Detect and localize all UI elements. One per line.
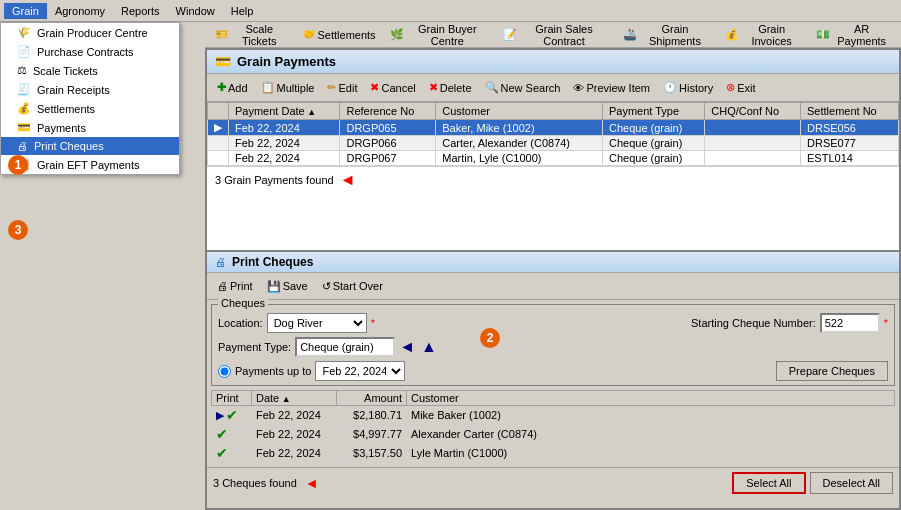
type-cell: Cheque (grain) (602, 151, 704, 166)
th-settlement[interactable]: Settlement No (801, 103, 899, 120)
exit-icon: ⊗ (726, 81, 735, 94)
starting-cheque-input[interactable] (820, 313, 880, 333)
customer-cell: Lyle Martin (C1000) (407, 444, 895, 463)
bottom-arrow-icon: ◄ (305, 475, 319, 491)
row-arrow-icon: ▶ (214, 121, 222, 133)
date-cell: Feb 22, 2024 (252, 444, 337, 463)
print-icon: 🖨 (17, 140, 28, 152)
menu-reports[interactable]: Reports (113, 3, 168, 19)
th-amount[interactable]: Amount (337, 391, 407, 406)
right-arrow-icon: ▲ (421, 338, 437, 356)
prepare-cheques-btn[interactable]: Prepare Cheques (776, 361, 888, 381)
row-pointer: ▶ (216, 409, 224, 422)
menu-agronomy[interactable]: Agronomy (47, 3, 113, 19)
th-payment-type[interactable]: Payment Type (602, 103, 704, 120)
required-star: * (371, 317, 375, 329)
payments-radio[interactable] (218, 365, 231, 378)
th-payment-date[interactable]: Payment Date (229, 103, 340, 120)
starting-cheque-field: Starting Cheque Number: * (691, 313, 888, 333)
th-customer[interactable]: Customer (436, 103, 603, 120)
grain-buyer-centre-btn[interactable]: 🌿 Grain Buyer Centre (384, 24, 495, 46)
th-arrow (208, 103, 229, 120)
bottom-action-buttons: Select All Deselect All (732, 472, 893, 494)
menu-grain-receipts[interactable]: 🧾 Grain Receipts (1, 80, 179, 99)
payments-icon: 💳 (215, 54, 231, 69)
th-customer[interactable]: Customer (407, 391, 895, 406)
found-text: 3 Grain Payments found (215, 174, 334, 186)
table-row[interactable]: Feb 22, 2024 DRGP067 Martin, Lyle (C1000… (208, 151, 899, 166)
ref-cell: DRGP065 (340, 120, 436, 136)
payment-type-row: Payment Type: ◄ ▲ (218, 337, 888, 357)
badge-2: 2 (480, 328, 500, 348)
contract-icon: 📄 (17, 45, 31, 58)
payment-date-cell: Feb 22, 2024 (229, 136, 340, 151)
table-row[interactable]: ▶ Feb 22, 2024 DRGP065 Baker, Mike (1002… (208, 120, 899, 136)
print-check-cell: ✔ (212, 444, 252, 463)
bottom-status-bar: 3 Cheques found ◄ Select All Deselect Al… (207, 467, 899, 498)
payments-date-select[interactable]: Feb 22, 2024 (315, 361, 405, 381)
location-field: Location: Dog River * (218, 313, 375, 333)
th-date[interactable]: Date (252, 391, 337, 406)
handshake-icon: 🤝 (302, 28, 316, 41)
add-button[interactable]: ✚ Add (211, 77, 254, 99)
settlements-btn[interactable]: 🤝 Settlements (296, 24, 382, 46)
preview-item-button[interactable]: 👁 Preview Item (567, 77, 656, 99)
scale-tickets-btn[interactable]: 🎫 Scale Tickets (209, 24, 294, 46)
save-btn[interactable]: 💾 Save (261, 275, 314, 297)
print-cheques-header: 🖨 Print Cheques (207, 252, 899, 273)
grain-icon: 🌾 (17, 26, 31, 39)
multiple-icon: 📋 (261, 81, 275, 94)
menu-settlements[interactable]: 💰 Settlements (1, 99, 179, 118)
menu-payments[interactable]: 💳 Payments (1, 118, 179, 137)
deselect-all-button[interactable]: Deselect All (810, 472, 893, 494)
print-cheques-toolbar: 🖨 Print 💾 Save ↺ Start Over (207, 273, 899, 300)
th-chq-conf[interactable]: CHQ/Conf No (705, 103, 801, 120)
location-select[interactable]: Dog River (267, 313, 367, 333)
exit-button[interactable]: ⊗ Exit (720, 77, 761, 99)
grain-sales-contract-btn[interactable]: 📝 Grain Sales Contract (497, 24, 615, 46)
left-arrow-icon: ◄ (399, 338, 415, 356)
edit-button[interactable]: ✏ Edit (321, 77, 363, 99)
ar-payments-btn[interactable]: 💵 AR Payments (810, 24, 897, 46)
grain-shipments-btn[interactable]: 🚢 Grain Shipments (617, 24, 717, 46)
payments-up-to-row: Payments up to Feb 22, 2024 Prepare Cheq… (218, 361, 888, 381)
start-over-btn[interactable]: ↺ Start Over (316, 275, 389, 297)
amount-cell: $2,180.71 (337, 406, 407, 425)
payment-type-input[interactable] (295, 337, 395, 357)
settlement-cell: DRSE077 (801, 136, 899, 151)
ticket-icon: 🎫 (215, 28, 229, 41)
amount-cell: $3,157.50 (337, 444, 407, 463)
grain-dropdown: 🌾 Grain Producer Centre 📄 Purchase Contr… (0, 22, 180, 175)
table-row[interactable]: ✔ Feb 22, 2024 $4,997.77 Alexander Carte… (212, 425, 895, 444)
new-search-button[interactable]: 🔍 New Search (479, 77, 567, 99)
type-cell: Cheque (grain) (602, 120, 704, 136)
menu-grain-producer-centre[interactable]: 🌾 Grain Producer Centre (1, 23, 179, 42)
delete-button[interactable]: ✖ Delete (423, 77, 478, 99)
th-reference-no[interactable]: Reference No (340, 103, 436, 120)
print-check-cell: ✔ (212, 425, 252, 444)
print-icon: 🖨 (217, 280, 228, 292)
menu-window[interactable]: Window (168, 3, 223, 19)
menu-grain[interactable]: Grain (4, 3, 47, 19)
search-icon: 🔍 (485, 81, 499, 94)
amount-cell: $4,997.77 (337, 425, 407, 444)
starting-cheque-label: Starting Cheque Number: (691, 317, 816, 329)
table-row[interactable]: ✔ Feb 22, 2024 $3,157.50 Lyle Martin (C1… (212, 444, 895, 463)
history-button[interactable]: 🕐 History (657, 77, 719, 99)
menu-purchase-contracts[interactable]: 📄 Purchase Contracts (1, 42, 179, 61)
menu-scale-tickets[interactable]: ⚖ Scale Tickets (1, 61, 179, 80)
grain-payments-table: Payment Date Reference No Customer Payme… (207, 102, 899, 166)
date-cell: Feb 22, 2024 (252, 425, 337, 444)
grain-invoices-btn[interactable]: 💰 Grain Invoices (719, 24, 808, 46)
app-toolbar: 🎫 Scale Tickets 🤝 Settlements 🌿 Grain Bu… (205, 22, 901, 48)
cancel-button[interactable]: ✖ Cancel (364, 77, 421, 99)
table-row[interactable]: Feb 22, 2024 DRGP066 Carter, Alexander (… (208, 136, 899, 151)
menu-help[interactable]: Help (223, 3, 262, 19)
receipt-icon: 🧾 (17, 83, 31, 96)
select-all-button[interactable]: Select All (732, 472, 805, 494)
print-btn[interactable]: 🖨 Print (211, 275, 259, 297)
checkmark-icon: ✔ (226, 407, 238, 423)
multiple-button[interactable]: 📋 Multiple (255, 77, 321, 99)
table-row[interactable]: ▶ ✔ Feb 22, 2024 $2,180.71 Mike Baker (1… (212, 406, 895, 425)
menu-print-cheques[interactable]: 🖨 Print Cheques (1, 137, 179, 155)
